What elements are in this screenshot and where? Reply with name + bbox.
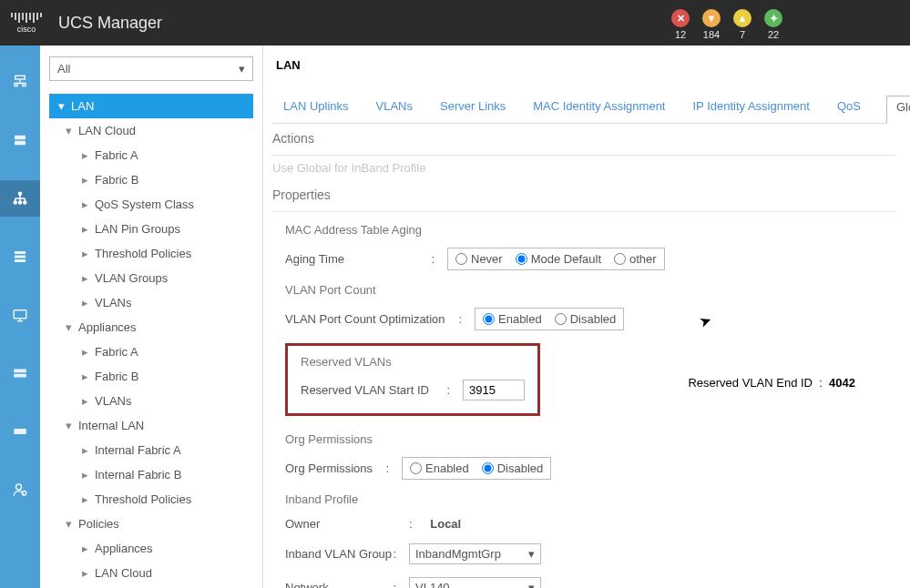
radio-enabled[interactable]: Enabled — [483, 312, 542, 326]
rail-chassis[interactable] — [0, 413, 40, 450]
vlan-opt-radios[interactable]: Enabled Disabled — [475, 308, 624, 330]
tree-marker-icon: ▸ — [80, 271, 89, 285]
radio-enabled[interactable]: Enabled — [410, 461, 469, 475]
tree-label: Internal Fabric A — [95, 443, 181, 457]
tree-label: LAN Pin Groups — [95, 222, 180, 236]
svg-point-25 — [16, 484, 22, 490]
radio-disabled[interactable]: Disabled — [555, 312, 617, 326]
tree-label: Fabric B — [95, 173, 138, 187]
tab-ip-identity-assignment[interactable]: IP Identity Assignment — [690, 96, 811, 123]
tree-item-vlans-8[interactable]: ▸VLANs — [49, 290, 253, 315]
svg-rect-17 — [15, 256, 26, 259]
rail-storage[interactable] — [0, 355, 40, 391]
tab-qos[interactable]: QoS — [835, 96, 863, 123]
tree-item-qos-system-class-4[interactable]: ▸QoS System Class — [49, 192, 253, 217]
tree-marker-icon: ▸ — [80, 222, 89, 236]
tree-item-lan-cloud-19[interactable]: ▸LAN Cloud — [49, 561, 253, 585]
reserved-end-label: Reserved VLAN End ID — [688, 376, 813, 390]
tree-item-vlan-groups-7[interactable]: ▸VLAN Groups — [49, 266, 253, 290]
svg-rect-24 — [14, 429, 26, 434]
tree-item-fabric-a-10[interactable]: ▸Fabric A — [49, 340, 253, 364]
tree-item-threshold-policies-16[interactable]: ▸Threshold Policies — [49, 487, 253, 512]
radio-disabled[interactable]: Disabled — [482, 461, 544, 475]
tree-label: LAN Cloud — [78, 124, 136, 137]
tree-label: VLAN Groups — [95, 271, 168, 285]
tree-marker-icon: ▾ — [64, 124, 73, 137]
radio-other[interactable]: other — [614, 252, 657, 266]
brand-text: cisco — [17, 25, 36, 34]
tree-item-lan-0[interactable]: ▾LAN — [49, 94, 253, 118]
svg-rect-19 — [14, 310, 26, 319]
tree-item-internal-lan-13[interactable]: ▾Internal LAN — [49, 413, 253, 438]
tree-marker-icon: ▸ — [80, 173, 89, 187]
svg-point-9 — [19, 201, 22, 204]
tree-item-internal-fabric-b-15[interactable]: ▸Internal Fabric B — [49, 462, 253, 487]
status-count: 12 — [675, 29, 686, 40]
tree-label: Threshold Policies — [95, 492, 191, 506]
reserved-start-input[interactable] — [463, 380, 525, 400]
inband-group-label: Inband VLAN Group — [285, 547, 392, 561]
tree-marker-icon: ▾ — [64, 419, 73, 432]
minor-icon: ▲ — [733, 9, 752, 27]
rail-admin[interactable] — [0, 471, 40, 508]
tree-item-lan-cloud-1[interactable]: ▾LAN Cloud — [49, 118, 253, 143]
svg-point-8 — [14, 201, 16, 204]
tree-item-internal-fabric-a-14[interactable]: ▸Internal Fabric A — [49, 438, 253, 462]
nav-tree: ▾LAN▾LAN Cloud▸Fabric A▸Fabric B▸QoS Sys… — [49, 94, 253, 585]
tree-marker-icon: ▸ — [80, 492, 89, 506]
tree-marker-icon: ▸ — [80, 394, 89, 408]
tree-marker-icon: ▸ — [80, 247, 89, 260]
rail-san[interactable] — [0, 238, 40, 275]
radio-mode-default[interactable]: Mode Default — [516, 252, 601, 266]
status-critical[interactable]: ✕ 12 — [671, 9, 690, 40]
tree-item-threshold-policies-6[interactable]: ▸Threshold Policies — [49, 241, 253, 266]
tree-item-appliances-9[interactable]: ▾Appliances — [49, 315, 253, 340]
reserved-start-label: Reserved VLAN Start ID — [301, 383, 429, 397]
tree-marker-icon: ▸ — [80, 468, 89, 482]
scope-value: All — [57, 62, 70, 76]
sidebar: All ▾ ▾LAN▾LAN Cloud▸Fabric A▸Fabric B▸Q… — [40, 46, 263, 588]
rail-vm[interactable] — [0, 297, 40, 333]
tree-marker-icon: ▸ — [80, 198, 89, 211]
tree-item-fabric-b-3[interactable]: ▸Fabric B — [49, 167, 253, 192]
status-major[interactable]: ▼ 184 — [702, 9, 721, 40]
vlan-opt-label: VLAN Port Count Optimization — [285, 312, 445, 326]
svg-point-26 — [22, 492, 26, 496]
tab-mac-identity-assignment[interactable]: MAC Identity Assignment — [531, 96, 667, 123]
tree-label: Appliances — [78, 320, 137, 334]
tree-marker-icon: ▸ — [80, 566, 89, 580]
status-count: 22 — [768, 29, 779, 40]
tab-global-policies[interactable]: Global Policies — [886, 96, 910, 124]
status-ok[interactable]: ✦ 22 — [764, 9, 782, 40]
rail-lan[interactable] — [0, 180, 40, 217]
status-minor[interactable]: ▲ 7 — [733, 9, 752, 40]
tree-item-vlans-12[interactable]: ▸VLANs — [49, 389, 253, 413]
chevron-down-icon: ▾ — [528, 547, 535, 561]
tree-label: Internal Fabric B — [95, 468, 181, 482]
rail-servers[interactable] — [0, 122, 40, 158]
tab-vlans[interactable]: VLANs — [374, 96, 414, 123]
owner-label: Owner — [285, 517, 320, 531]
network-select[interactable]: VL140▾ — [409, 577, 541, 588]
tab-server-links[interactable]: Server Links — [438, 96, 507, 123]
tree-item-fabric-a-2[interactable]: ▸Fabric A — [49, 143, 253, 167]
svg-point-10 — [24, 201, 26, 204]
tree-item-policies-17[interactable]: ▾Policies — [49, 512, 253, 536]
svg-rect-4 — [23, 84, 26, 86]
radio-never[interactable]: Never — [455, 252, 503, 266]
org-perm-heading: Org Permissions — [285, 432, 883, 446]
inband-group-select[interactable]: InbandMgmtGrp▾ — [409, 543, 541, 564]
tree-item-fabric-b-11[interactable]: ▸Fabric B — [49, 364, 253, 389]
owner-value: Local — [430, 517, 461, 531]
nav-rail — [0, 46, 40, 588]
tree-item-appliances-18[interactable]: ▸Appliances — [49, 536, 253, 561]
tree-marker-icon: ▸ — [80, 296, 89, 309]
tree-item-lan-pin-groups-5[interactable]: ▸LAN Pin Groups — [49, 217, 253, 241]
rail-equipment[interactable] — [0, 64, 40, 100]
aging-time-radios[interactable]: Never Mode Default other — [447, 248, 665, 270]
properties-heading: Properties — [272, 188, 910, 202]
org-perm-radios[interactable]: Enabled Disabled — [402, 457, 551, 480]
tab-lan-uplinks[interactable]: LAN Uplinks — [281, 96, 351, 123]
tree-marker-icon: ▸ — [80, 443, 89, 457]
scope-dropdown[interactable]: All ▾ — [49, 56, 253, 81]
